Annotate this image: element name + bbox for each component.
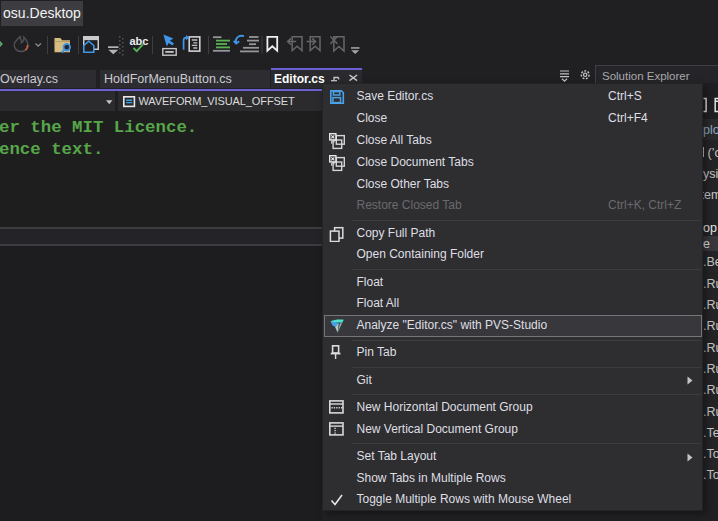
svg-text:abc: abc [130,35,149,47]
